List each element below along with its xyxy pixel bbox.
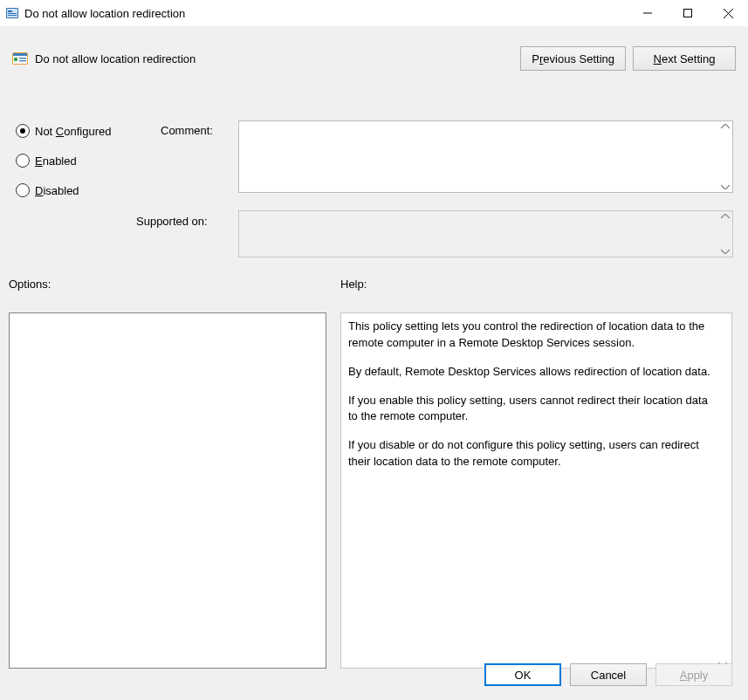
help-label: Help: xyxy=(340,278,367,291)
policy-icon xyxy=(12,51,28,66)
state-enabled[interactable]: Enabled xyxy=(16,154,111,168)
help-paragraph: This policy setting lets you control the… xyxy=(348,319,710,352)
window-titlebar: Do not allow location redirection xyxy=(0,0,748,26)
window-close-button[interactable] xyxy=(708,0,748,26)
help-paragraph: If you enable this policy setting, users… xyxy=(348,393,710,426)
options-pane xyxy=(9,312,326,669)
help-pane: This policy setting lets you control the… xyxy=(340,312,732,669)
help-paragraph: If you disable or do not configure this … xyxy=(348,437,710,470)
next-setting-button[interactable]: Next Setting xyxy=(633,46,736,71)
state-label: Disabled xyxy=(35,184,79,197)
comment-label: Comment: xyxy=(161,124,213,137)
previous-setting-button[interactable]: Previous Setting xyxy=(520,46,626,71)
window-minimize-button[interactable] xyxy=(628,0,668,26)
comment-input[interactable] xyxy=(238,120,733,193)
radio-icon xyxy=(16,183,30,197)
dialog-client-area: Do not allow location redirection Previo… xyxy=(0,26,748,700)
app-icon xyxy=(5,6,19,20)
supported-on-value xyxy=(238,210,733,257)
policy-state-group: Not Configured Enabled Disabled xyxy=(16,124,111,197)
radio-icon xyxy=(16,154,30,168)
svg-rect-2 xyxy=(8,10,12,12)
svg-rect-3 xyxy=(8,13,17,14)
svg-rect-13 xyxy=(19,58,26,58)
radio-icon xyxy=(16,124,30,138)
help-paragraph: By default, Remote Desktop Services allo… xyxy=(348,364,710,381)
setting-name: Do not allow location redirection xyxy=(35,52,196,65)
window-maximize-button[interactable] xyxy=(668,0,708,26)
svg-rect-11 xyxy=(13,53,27,56)
apply-button: Apply xyxy=(655,663,732,686)
header-row: Do not allow location redirection Previo… xyxy=(0,26,748,82)
svg-rect-6 xyxy=(684,10,692,17)
svg-rect-14 xyxy=(19,60,26,61)
state-not-configured[interactable]: Not Configured xyxy=(16,124,111,138)
state-disabled[interactable]: Disabled xyxy=(16,183,111,197)
options-label: Options: xyxy=(9,278,51,291)
window-title: Do not allow location redirection xyxy=(24,7,185,20)
svg-rect-4 xyxy=(8,15,17,16)
cancel-button[interactable]: Cancel xyxy=(570,663,647,686)
svg-point-12 xyxy=(14,58,17,61)
dialog-button-bar: OK Cancel Apply xyxy=(484,663,732,686)
supported-on-label: Supported on: xyxy=(136,215,208,228)
ok-button[interactable]: OK xyxy=(484,663,561,686)
state-label: Enabled xyxy=(35,154,77,168)
state-label: Not Configured xyxy=(35,125,111,138)
